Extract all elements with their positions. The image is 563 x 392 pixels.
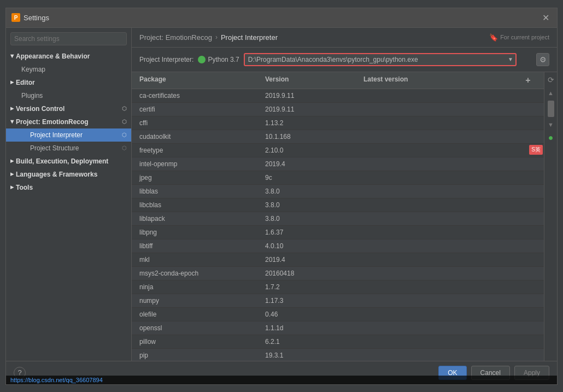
cell-latest <box>363 309 536 319</box>
sidebar-item-project-structure[interactable]: Project Structure ⬡ <box>6 142 131 155</box>
table-row[interactable]: certifi 2019.9.11 <box>132 103 544 116</box>
table-row[interactable]: ca-certificates 2019.9.11 <box>132 89 544 103</box>
cell-package: libtiff <box>139 241 265 251</box>
interpreter-settings-button[interactable]: ⚙ <box>536 53 549 66</box>
table-row[interactable]: liblapack 3.8.0 <box>132 212 544 226</box>
scroll-up-icon[interactable]: ▲ <box>546 87 556 98</box>
cell-version: 1.1.1d <box>265 323 363 333</box>
search-input[interactable] <box>10 32 127 45</box>
expand-icon: ▶ <box>10 55 15 58</box>
scroll-down-icon[interactable]: ▼ <box>546 119 556 130</box>
sidebar-item-plugins[interactable]: Plugins <box>6 89 131 102</box>
cell-version: 10.1.168 <box>265 132 363 142</box>
cell-package: cudatoolkit <box>139 132 265 142</box>
cell-version: 4.0.10 <box>265 241 363 251</box>
table-row[interactable]: libtiff 4.0.10 <box>132 239 544 253</box>
cell-package: libblas <box>139 186 265 196</box>
breadcrumb-current: Project Interpreter <box>221 33 278 42</box>
table-row[interactable]: pillow 6.2.1 <box>132 335 544 349</box>
breadcrumb-parent[interactable]: Project: EmotionRecog <box>139 33 212 42</box>
cell-package: numpy <box>139 296 265 306</box>
title-bar-left: P Settings <box>11 13 49 22</box>
cell-version: 3.8.0 <box>265 214 363 224</box>
table-row[interactable]: cudatoolkit 10.1.168 <box>132 130 544 144</box>
table-row[interactable]: olefile 0.46 <box>132 308 544 321</box>
interpreter-path-input[interactable] <box>244 53 517 66</box>
sidebar-item-appearance-behavior[interactable]: ▶ Appearance & Behavior <box>6 50 131 63</box>
cell-package: mkl <box>139 255 265 265</box>
sidebar-item-label: Project: EmotionRecog <box>16 118 89 126</box>
sidebar-item-label: Languages & Frameworks <box>16 171 97 178</box>
sidebar-item-build-execution[interactable]: ▶ Build, Execution, Deployment <box>6 155 131 168</box>
cell-latest <box>363 350 536 360</box>
cell-latest <box>363 337 536 347</box>
expand-icon: ▶ <box>10 172 14 177</box>
table-body: ca-certificates 2019.9.11 certifi 2019.9… <box>132 89 544 361</box>
cell-version: 2019.4 <box>265 255 363 265</box>
sidebar-item-languages-frameworks[interactable]: ▶ Languages & Frameworks <box>6 168 131 181</box>
table-row[interactable]: ninja 1.7.2 <box>132 280 544 294</box>
cell-version: 1.7.2 <box>265 282 363 292</box>
table-row[interactable]: numpy 1.17.3 <box>132 294 544 308</box>
cell-package: liblapack <box>139 214 265 224</box>
header-package: Package <box>139 75 265 85</box>
sidebar-item-label: Appearance & Behavior <box>16 52 90 60</box>
table-row[interactable]: libcblas 3.8.0 <box>132 198 544 212</box>
watermark: S英 <box>529 145 543 155</box>
for-current-label: For current project <box>500 34 549 40</box>
expand-icon: ▶ <box>10 106 14 111</box>
expand-icon: ▶ <box>10 159 14 163</box>
table-row[interactable]: openssl 1.1.1d <box>132 321 544 335</box>
table-row[interactable]: jpeg 9c <box>132 171 544 185</box>
table-row[interactable]: mkl 2019.4 <box>132 253 544 267</box>
sidebar-item-label: Build, Execution, Deployment <box>16 157 108 165</box>
header-version: Version <box>265 75 363 85</box>
cell-latest <box>363 118 536 128</box>
table-row[interactable]: freetype 2.10.0 <box>132 144 544 157</box>
sidebar-item-editor[interactable]: ▶ Editor <box>6 76 131 89</box>
sidebar-item-version-control[interactable]: ▶ Version Control ⬡ <box>6 102 131 115</box>
cell-latest <box>363 91 536 101</box>
python-circle-icon <box>198 56 206 63</box>
close-button[interactable]: ✕ <box>540 11 552 24</box>
interpreter-path-wrapper: ▼ <box>244 53 517 66</box>
cell-latest <box>363 241 536 251</box>
table-header: Package Version Latest version + <box>132 72 544 89</box>
cell-latest <box>363 282 536 292</box>
refresh-icon[interactable]: ⟳ <box>546 74 556 85</box>
sidebar-item-keymap[interactable]: Keymap <box>6 63 131 76</box>
table-row[interactable]: intel-openmp 2019.4 <box>132 157 544 171</box>
cell-latest <box>363 132 536 142</box>
cell-version: 3.8.0 <box>265 186 363 196</box>
cell-package: ninja <box>139 282 265 292</box>
table-wrapper: Package Version Latest version + ca-cert… <box>132 72 557 361</box>
cell-latest <box>363 159 536 169</box>
python-badge: Python 3.7 <box>198 56 239 63</box>
expand-icon: ▶ <box>10 120 15 124</box>
cell-package: msys2-conda-epoch <box>139 268 265 278</box>
cell-package: ca-certificates <box>139 91 265 101</box>
sidebar-item-tools[interactable]: ▶ Tools <box>6 181 131 194</box>
package-table: Package Version Latest version + ca-cert… <box>132 72 544 361</box>
table-row[interactable]: pip 19.3.1 <box>132 349 544 361</box>
cell-package: openssl <box>139 323 265 333</box>
sidebar-item-project-emotionrecog[interactable]: ▶ Project: EmotionRecog ⬡ <box>6 115 131 128</box>
add-package-button[interactable]: + <box>520 75 536 85</box>
table-row[interactable]: cffi 1.13.2 <box>132 116 544 130</box>
cell-version: 2019.9.11 <box>265 104 363 114</box>
table-row[interactable]: libblas 3.8.0 <box>132 185 544 198</box>
dialog-title: Settings <box>24 14 49 22</box>
sidebar-item-project-interpreter[interactable]: Project Interpreter ⬡ <box>6 128 131 142</box>
interpreter-label: Project Interpreter: <box>139 56 193 63</box>
table-row[interactable]: libpng 1.6.37 <box>132 226 544 239</box>
cell-version: 1.17.3 <box>265 296 363 306</box>
expand-icon: ▶ <box>10 80 14 85</box>
sidebar-item-label: Version Control <box>16 105 64 113</box>
scroll-thumb[interactable] <box>548 101 554 117</box>
header-latest: Latest version <box>363 75 520 85</box>
cell-latest <box>363 296 536 306</box>
sidebar: ▶ Appearance & Behavior Keymap ▶ Editor … <box>6 28 132 361</box>
cell-latest <box>363 227 536 237</box>
table-row[interactable]: msys2-conda-epoch 20160418 <box>132 267 544 280</box>
cell-version: 2.10.0 <box>265 145 363 155</box>
